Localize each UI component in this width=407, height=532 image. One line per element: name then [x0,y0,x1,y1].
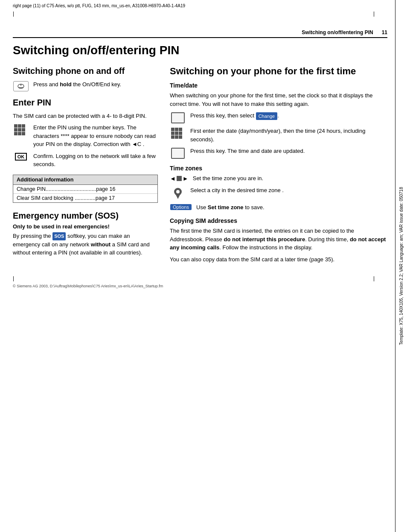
correction-icon: ◄C [132,141,141,147]
time-zones-row1-text: Set the time zone you are in. [193,174,387,183]
ok-icon-cell: OK [13,152,29,161]
emergency-body: By pressing the SOS softkey, you can mak… [13,232,158,257]
time-zones-row2: Select a city in the desired time zone . [170,186,387,200]
kd2-1 [171,128,174,131]
info-table-row-1: Clear SIM card blocking ..............pa… [13,193,157,202]
corner-mark-bottom-left: | [13,275,14,281]
time-date-heading: Time/date [170,82,387,89]
phone-key-icon-cell [13,80,29,91]
side-tab: Template: X75, 140X105, Version 2.2; VAR… [395,0,407,532]
pin-icon-cell [170,186,186,200]
emergency-heading: Emergency number (SOS) [13,210,158,221]
options-badge: Options [170,204,192,210]
time-date-section: Time/date When switching on your phone f… [170,82,387,159]
ok-icon: OK [15,153,27,161]
pin-keypad-row: Enter the PIN using the number keys. The… [13,123,158,149]
time-date-row1: Press this key, then select Change. [170,111,387,123]
svg-marker-4 [175,194,180,199]
info-table-row-0: Change PIN..............................… [13,185,157,193]
kd2-3 [179,128,182,131]
time-date-row1-text: Press this key, then select Change. [190,111,387,120]
switch-body-text: Press and hold the On/Off/End key. [33,80,158,89]
svg-point-2 [20,84,22,85]
lr-arrow-cell: ◄ ► [170,174,189,182]
header-page-num: 11 [382,29,387,35]
keypad-icon-cell [13,123,29,136]
keypad-icon-cell-2 [170,127,186,140]
switch-heading: Switching phone on and off [13,66,158,76]
screen-icon-1 [171,112,185,123]
phone-end-icon-svg [17,83,25,89]
time-zones-row3: Options Use Set time zone to save. [170,203,387,212]
keypad-icon-2 [171,128,185,140]
kd4 [14,128,17,132]
change-badge: Change [256,112,278,120]
kd3 [22,124,25,128]
time-date-row3: Press this key. The time and date are up… [170,147,387,159]
header-line: Switching on/off/entering PIN 11 [13,29,387,38]
switch-section: Switching phone on and off [13,66,158,91]
main-content: right page (11) of C75 Aries, w/o ptt, F… [0,0,395,532]
left-column: Switching phone on and off [13,66,158,267]
kd6 [22,128,25,132]
kd2-7 [171,135,174,139]
set-time-zone-text: Set time zone [208,204,244,210]
kd9 [22,132,25,135]
right-main-heading: Switching on your phone for the first ti… [170,66,387,77]
kd1 [14,124,17,128]
screen-icon-3 [171,148,185,159]
copying-sim-para1: The first time the SIM card is inserted,… [170,227,387,252]
kd2 [18,124,21,128]
corner-mark-left: | [13,11,14,17]
enter-pin-intro: The SIM card can be protected with a 4- … [13,112,158,120]
svg-point-5 [176,190,180,193]
map-pin-icon [173,187,183,200]
info-table: Additional information Change PIN.......… [13,175,158,203]
phone-key-icon [13,81,29,91]
pin-ok-text: Confirm. Logging on to the network will … [33,152,158,169]
top-meta-text: right page (11) of C75 Aries, w/o ptt, F… [13,3,185,8]
time-date-row3-text: Press this key. The time and date are up… [190,147,387,155]
copying-sim-section: Copying SIM addresses The first time the… [170,217,387,263]
kd2-6 [179,132,182,135]
center-block-icon [177,176,182,181]
sos-badge: SOS [52,232,66,240]
info-table-cell-0: Change PIN..............................… [17,186,115,192]
screen-icon-cell-1 [170,111,186,123]
copyright-label: © Siemens AG 2003, D:\Auftrag\Mobilephon… [13,284,163,288]
options-badge-cell: Options [170,203,192,210]
only-emergency-text: Only to be used in real emergencies! [13,223,158,230]
kd2-8 [175,135,178,139]
kd2-4 [171,132,174,135]
kd2-2 [175,128,178,131]
time-zones-row2-text: Select a city in the desired time zone . [190,186,387,195]
right-arrow-icon: ► [183,175,189,182]
time-zones-heading: Time zones [170,165,387,172]
left-arrow-icon: ◄ [170,175,176,182]
kd7 [14,132,17,135]
page-wrapper: right page (11) of C75 Aries, w/o ptt, F… [0,0,407,532]
kd2-9 [179,135,182,139]
time-date-row2: First enter the date (day/month/year), t… [170,127,387,143]
kd2-5 [175,132,178,135]
top-meta: right page (11) of C75 Aries, w/o ptt, F… [13,0,387,11]
time-date-intro: When switching on your phone for the fir… [170,91,387,108]
keypad-icon [14,124,28,136]
right-column: Switching on your phone for the first ti… [170,66,387,267]
pin-ok-row: OK Confirm. Logging on to the network wi… [13,152,158,169]
enter-pin-heading: Enter PIN [13,97,158,108]
enter-pin-section: Enter PIN The SIM card can be protected … [13,97,158,169]
copyright-text: © Siemens AG 2003, D:\Auftrag\Mobilephon… [13,284,387,288]
corner-mark-right: | [373,11,375,17]
two-col-layout: Switching phone on and off [13,66,387,267]
page-title: Switching on/off/entering PIN [13,44,387,57]
info-table-cell-1: Clear SIM card blocking ..............pa… [17,195,115,201]
screen-icon-cell-3 [170,147,186,159]
copying-sim-para2: You can also copy data from the SIM card… [170,255,387,264]
time-zones-row3-text: Use Set time zone to save. [196,203,387,212]
info-table-header: Additional information [13,175,157,185]
time-zones-row1: ◄ ► Set the time zone you are in. [170,174,387,183]
kd5 [18,128,21,132]
kd8 [18,132,21,135]
lr-arrow-icon: ◄ ► [170,175,189,182]
